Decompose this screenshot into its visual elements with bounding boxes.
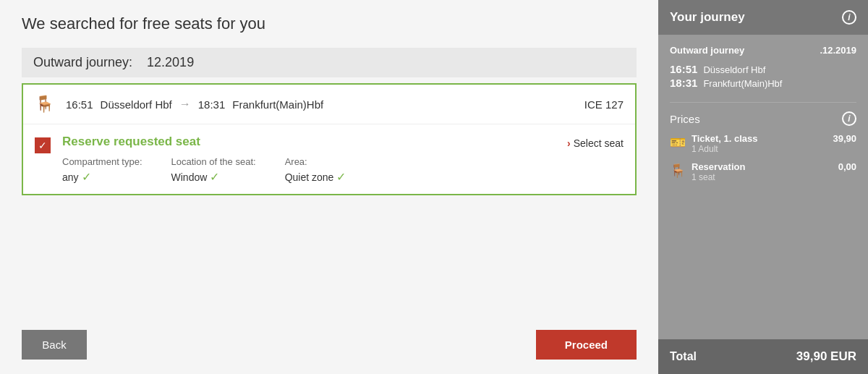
- sidebar-depart-station: Düsseldorf Hbf: [703, 64, 765, 75]
- sidebar-title: Your journey: [670, 10, 745, 25]
- total-label: Total: [670, 350, 697, 363]
- ticket-details: Ticket, 1. class 39,90 1 Adult: [692, 133, 856, 154]
- compartment-value: any ✓: [62, 170, 142, 184]
- ticket-price: 39,90: [833, 133, 856, 144]
- prices-section: Prices i 🎫 Ticket, 1. class 39,90 1 Adul…: [670, 111, 856, 182]
- total-amount: 39,90 EUR: [796, 349, 856, 364]
- page-title: We searched for free seats for you: [22, 14, 637, 33]
- area-value: Quiet zone ✓: [285, 170, 346, 184]
- trip-card: 🪑 16:51 Düsseldorf Hbf → 18:31 Frankfurt…: [22, 83, 637, 195]
- ticket-icon: 🎫: [670, 135, 686, 150]
- area-label: Area:: [285, 156, 346, 167]
- reservation-sub: 1 seat: [692, 172, 856, 182]
- outward-date: 12.2019: [147, 55, 194, 70]
- select-seat-arrow: ›: [567, 137, 571, 149]
- area-group: Area: Quiet zone ✓: [285, 156, 346, 184]
- arrive-station: Frankfurt(Main)Hbf: [232, 98, 323, 111]
- reservation-details: Reservation 0,00 1 seat: [692, 161, 856, 182]
- compartment-group: Compartment type: any ✓: [62, 156, 142, 184]
- sidebar-arrive-station: Frankfurt(Main)Hbf: [703, 78, 782, 89]
- trip-header: 🪑 16:51 Düsseldorf Hbf → 18:31 Frankfurt…: [23, 85, 635, 124]
- trip-route: 16:51 Düsseldorf Hbf → 18:31 Frankfurt(M…: [66, 98, 573, 111]
- route-arrow: →: [179, 98, 191, 111]
- depart-station: Düsseldorf Hbf: [101, 98, 172, 111]
- sidebar-divider: [670, 102, 856, 103]
- ticket-price-item: 🎫 Ticket, 1. class 39,90 1 Adult: [670, 133, 856, 154]
- select-seat-label: Select seat: [574, 137, 624, 149]
- reservation-name: Reservation: [692, 161, 745, 172]
- depart-time: 16:51: [66, 98, 93, 111]
- prices-info-icon[interactable]: i: [842, 111, 856, 126]
- proceed-button[interactable]: Proceed: [536, 330, 637, 360]
- depart-row: 16:51 Düsseldorf Hbf: [670, 63, 856, 75]
- main-content: We searched for free seats for you Outwa…: [0, 0, 658, 374]
- reservation-icon: 🪑: [670, 163, 686, 179]
- sidebar-arrive-time: 18:31: [670, 77, 697, 89]
- ticket-sub: 1 Adult: [692, 144, 856, 154]
- trip-details: ✓ Reserve requested seat Compartment typ…: [23, 124, 635, 194]
- outward-bar: Outward journey: 12.2019: [22, 48, 637, 77]
- sidebar-body: Outward journey .12.2019 16:51 Düsseldor…: [658, 35, 868, 339]
- seat-options: Compartment type: any ✓ Location of the …: [62, 156, 556, 184]
- sidebar-depart-time: 16:51: [670, 63, 697, 75]
- location-group: Location of the seat: Window ✓: [171, 156, 256, 184]
- reservation-price: 0,00: [838, 161, 856, 172]
- seat-icon: 🪑: [35, 95, 54, 114]
- footer-actions: Back Proceed: [22, 323, 637, 360]
- outward-journey-label: Outward journey: [670, 45, 744, 56]
- trip-details-main: Reserve requested seat Compartment type:…: [62, 135, 556, 184]
- train-number: ICE 127: [584, 98, 624, 111]
- compartment-label: Compartment type:: [62, 156, 142, 167]
- reservation-price-item: 🪑 Reservation 0,00 1 seat: [670, 161, 856, 182]
- sidebar-info-icon[interactable]: i: [842, 10, 856, 25]
- outward-label: Outward journey:: [33, 55, 132, 70]
- arrive-time: 18:31: [198, 98, 226, 111]
- ticket-name-row: Ticket, 1. class 39,90: [692, 133, 856, 144]
- location-label: Location of the seat:: [171, 156, 256, 167]
- sidebar: Your journey i Outward journey .12.2019 …: [658, 0, 868, 374]
- arrive-row: 18:31 Frankfurt(Main)Hbf: [670, 77, 856, 89]
- back-button[interactable]: Back: [22, 330, 87, 360]
- location-check: ✓: [210, 170, 219, 184]
- reservation-name-row: Reservation 0,00: [692, 161, 856, 172]
- journey-section: Outward journey .12.2019 16:51 Düsseldor…: [670, 45, 856, 89]
- sidebar-header: Your journey i: [658, 0, 868, 35]
- select-seat-link[interactable]: › Select seat: [567, 137, 624, 149]
- compartment-check: ✓: [82, 170, 91, 184]
- ticket-name: Ticket, 1. class: [692, 133, 758, 144]
- sidebar-footer: Total 39,90 EUR: [658, 339, 868, 374]
- area-check: ✓: [336, 170, 346, 184]
- reserve-title: Reserve requested seat: [62, 135, 556, 149]
- location-value: Window ✓: [171, 170, 256, 184]
- outward-journey-date: .12.2019: [820, 45, 856, 59]
- prices-label: Prices: [670, 113, 700, 125]
- reserve-checkbox[interactable]: ✓: [35, 137, 51, 153]
- prices-header: Prices i: [670, 111, 856, 126]
